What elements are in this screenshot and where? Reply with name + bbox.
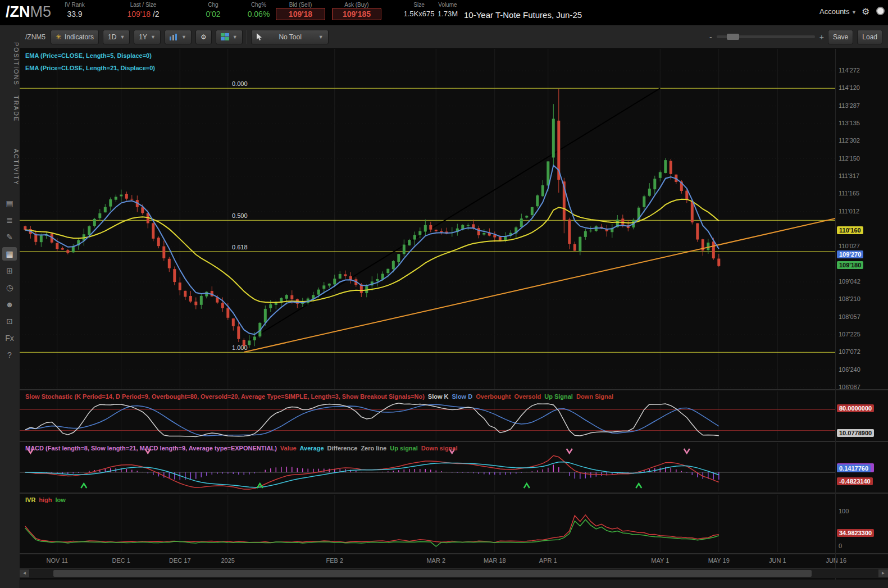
chart-icon[interactable]: ▦ <box>2 247 17 261</box>
drawing-tool-dropdown[interactable]: No Tool▼ <box>251 30 329 44</box>
price-axis-label: 114'120 <box>839 84 860 91</box>
horizontal-scrollbar[interactable]: ◄ ► <box>20 568 888 578</box>
ivr-axis-label: 100 <box>839 508 849 514</box>
box-icon[interactable]: ⊡ <box>2 314 17 328</box>
toolbar-symbol: /ZNM5 <box>25 33 45 41</box>
panel-separator[interactable] <box>20 389 888 390</box>
price-axis-label: 111'317 <box>839 172 859 179</box>
app-circle-icon[interactable] <box>876 7 885 15</box>
price-axis-label: 106'240 <box>839 366 860 373</box>
fx-icon[interactable]: Fx <box>2 331 17 345</box>
sidebar-tab-trade[interactable]: TRADE <box>0 95 20 122</box>
price-axis-label: 109'042 <box>839 278 860 285</box>
bid-field: Bid (Sell) 109'18 <box>275 2 326 20</box>
monitor-icon[interactable]: ▤ <box>2 197 17 210</box>
help-icon[interactable]: ? <box>2 348 17 362</box>
ema5-study-label[interactable]: EMA (Price=CLOSE, Length=5, Displace=0) <box>25 52 152 59</box>
people-icon[interactable]: ☻ <box>2 298 17 311</box>
panel-separator <box>20 553 888 554</box>
time-axis-label: APR 1 <box>529 557 568 564</box>
price-axis-label: 112'150 <box>839 155 860 162</box>
scroll-left-button[interactable]: ◄ <box>20 569 29 577</box>
toolbar-separator <box>247 30 247 44</box>
price-axis-label: 113'287 <box>839 102 860 109</box>
ivr-axis-label: 0 <box>839 543 842 549</box>
timeframe-dropdown[interactable]: 1D▼ <box>103 30 130 44</box>
time-axis-label: MAY 19 <box>699 557 739 564</box>
svg-text:0.500: 0.500 <box>232 212 248 219</box>
grid-icon[interactable]: ⊞ <box>2 264 17 277</box>
chart-settings-button[interactable]: ⚙ <box>195 30 212 44</box>
price-axis-label: 112'302 <box>839 137 860 144</box>
legend-item: Difference <box>327 445 358 452</box>
stochastic-axis-badge: 80.0000000 <box>837 404 874 412</box>
save-button[interactable]: Save <box>828 30 853 44</box>
legend-item: Up signal <box>390 445 418 452</box>
chart-type-dropdown[interactable]: ▼ <box>165 30 192 44</box>
ask-field: Ask (Buy) 109'185 <box>331 2 382 20</box>
macd-study-label[interactable]: MACD (Fast length=8, Slow length=21, MAC… <box>25 445 461 452</box>
scroll-right-button[interactable]: ► <box>878 569 888 577</box>
notes-icon[interactable]: ✎ <box>2 230 17 244</box>
sidebar-tab-positions[interactable]: POSITIONS <box>0 42 20 86</box>
study-title: IVR <box>25 496 35 503</box>
legend-item: Value <box>280 445 297 452</box>
indicators-icon: ✳ <box>56 33 61 41</box>
clock-icon[interactable]: ◷ <box>2 281 17 294</box>
ask-button[interactable]: 109'185 <box>332 8 381 20</box>
header-gear-icon[interactable]: ⚙ <box>862 6 869 17</box>
ema21-study-label[interactable]: EMA (Price=CLOSE, Length=21, Displace=0) <box>25 65 155 71</box>
legend-item: Up Signal <box>544 393 573 400</box>
zoom-control: - + <box>709 33 824 42</box>
time-axis-label: DEC 17 <box>160 557 199 564</box>
chg-field: Chg0'02 <box>198 2 229 19</box>
zoom-out-button[interactable]: - <box>709 33 712 42</box>
time-axis-label: MAR 2 <box>416 557 456 564</box>
orders-icon[interactable]: ≣ <box>2 213 17 227</box>
bid-button[interactable]: 109'18 <box>276 8 325 20</box>
svg-text:0.618: 0.618 <box>232 244 248 250</box>
price-axis-badge: 110'160 <box>837 226 863 234</box>
price-axis-badge: 109'270 <box>837 250 863 258</box>
legend-item: Down signal <box>421 445 458 452</box>
chart-type-icon <box>170 34 178 40</box>
svg-text:0.000: 0.000 <box>232 80 248 87</box>
legend-item: Slow D <box>452 393 473 400</box>
legend-item: Average <box>300 445 324 452</box>
legend-item: Slow K <box>428 393 449 400</box>
time-axis-label: MAY 1 <box>640 557 680 564</box>
stochastic-study-label[interactable]: Slow Stochastic (K Period=14, D Period=9… <box>25 393 617 400</box>
iv-rank-field: IV Rank33.9 <box>55 2 94 19</box>
zoom-slider-thumb[interactable] <box>727 34 739 40</box>
price-axis-label: 114'272 <box>839 67 860 74</box>
indicators-button[interactable]: ✳ Indicators <box>51 30 99 44</box>
price-axis-label: 108'210 <box>839 295 860 302</box>
legend-item: Zero line <box>361 445 386 452</box>
stochastic-axis-badge: 10.0778900 <box>837 429 874 437</box>
time-axis-label: NOV 11 <box>38 557 77 564</box>
cursor-icon <box>256 33 262 40</box>
range-dropdown[interactable]: 1Y▼ <box>134 30 161 44</box>
time-axis-label: DEC 1 <box>102 557 141 564</box>
sidebar-tab-activity[interactable]: ACTIVITY <box>0 149 20 186</box>
chart-area: 0.0000.5000.6181.000 EMA (Price=CLOSE, L… <box>20 49 888 580</box>
price-chart[interactable]: 0.0000.5000.6181.000 <box>20 49 835 389</box>
panel-separator[interactable] <box>20 441 888 442</box>
ivr-study-label[interactable]: IVRhighlow <box>25 496 69 503</box>
volume-field: Volume1.73M <box>431 2 464 18</box>
last-size-field: Last / Size 109'18 /2 <box>110 2 176 19</box>
price-axis: 114'272114'120113'287113'135112'302112'1… <box>835 49 888 580</box>
zoom-in-button[interactable]: + <box>819 33 824 42</box>
price-axis-label: 107'225 <box>839 331 860 338</box>
accounts-dropdown[interactable]: Accounts ▼ <box>819 7 857 16</box>
left-sidebar: POSITIONSTRADEACTIVITY▤≣✎▦⊞◷☻⊡Fx? <box>0 25 20 588</box>
grid-layout-dropdown[interactable]: ▼ <box>216 30 243 44</box>
load-button[interactable]: Load <box>857 30 882 44</box>
time-axis-label: 2025 <box>208 557 248 564</box>
top-header: /ZNM5 IV Rank33.9 Last / Size 109'18 /2 … <box>0 0 888 25</box>
panel-separator[interactable] <box>20 493 888 494</box>
scrollbar-thumb[interactable] <box>53 570 812 577</box>
chart-toolbar: /ZNM5 ✳ Indicators 1D▼ 1Y▼ ▼ ⚙ ▼ No Tool… <box>20 25 888 49</box>
ivr-panel[interactable] <box>20 495 835 552</box>
zoom-slider[interactable] <box>717 35 815 38</box>
